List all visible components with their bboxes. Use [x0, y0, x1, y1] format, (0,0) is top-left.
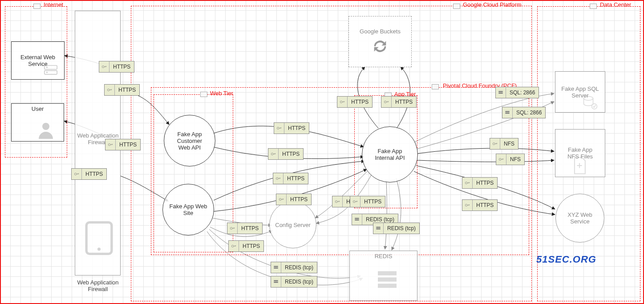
proto-https: HTTPS: [273, 173, 308, 184]
server-icon: [41, 62, 61, 77]
user-icon: [35, 119, 57, 141]
node-fake-site[interactable]: Fake App Web Site: [162, 184, 214, 235]
key-icon: [101, 64, 107, 70]
key-icon: [498, 156, 504, 162]
zone-tag: [590, 4, 597, 9]
zone-tag: [453, 4, 460, 9]
node-customer-api[interactable]: Fake App Customer Web API: [164, 115, 215, 166]
key-icon: [106, 87, 113, 93]
svg-point-10: [584, 97, 593, 101]
zone-internet-label: Internet: [44, 1, 63, 8]
db-icon: [498, 89, 504, 96]
key-icon: [383, 99, 389, 105]
node-label: Fake App Customer Web API: [177, 131, 202, 151]
svg-rect-23: [274, 268, 278, 268]
key-icon: [275, 175, 281, 182]
key-icon: [276, 125, 282, 131]
proto-sql: SQL: 2866: [495, 87, 539, 98]
node-internal-api[interactable]: Fake App Internal API: [362, 126, 418, 182]
db-icon: [273, 279, 279, 285]
proto-sql: SQL: 2866: [502, 107, 546, 118]
proto-https: HTTPS: [350, 196, 385, 207]
proto-redis: REDIS (tcp): [271, 262, 317, 273]
proto-nfs: NFS: [490, 138, 518, 150]
proto-https: HTTPS: [227, 223, 263, 234]
svg-rect-34: [498, 91, 502, 92]
svg-rect-8: [378, 277, 397, 281]
node-label: Config Server: [275, 222, 310, 228]
svg-point-17: [271, 153, 273, 155]
key-icon: [107, 142, 113, 148]
zone-tag: [33, 4, 41, 9]
svg-rect-37: [505, 113, 509, 113]
svg-point-29: [353, 201, 355, 203]
svg-rect-36: [505, 111, 509, 112]
proto-https: HTTPS: [276, 194, 312, 205]
svg-rect-7: [378, 271, 397, 275]
svg-point-6: [97, 247, 101, 251]
svg-point-4: [42, 123, 49, 130]
svg-rect-33: [376, 228, 380, 229]
tablet-icon: [80, 214, 118, 263]
zone-tag: [432, 84, 439, 89]
svg-rect-24: [274, 280, 278, 281]
proto-https: HTTPS: [274, 122, 309, 134]
key-icon: [334, 199, 340, 205]
svg-point-21: [231, 245, 234, 247]
svg-point-15: [74, 173, 77, 175]
svg-point-28: [335, 201, 337, 203]
db-stack-icon: [373, 267, 401, 292]
diagram-canvas[interactable]: Internet Google Cloud Platform Data Cent…: [0, 0, 644, 304]
svg-point-27: [384, 101, 386, 103]
key-icon: [339, 99, 345, 105]
db-icon: [581, 94, 599, 110]
svg-point-19: [279, 199, 281, 201]
db-icon: [375, 225, 381, 231]
node-config-server[interactable]: Config Server: [269, 201, 316, 248]
svg-rect-25: [274, 282, 278, 283]
file-icon: [570, 156, 589, 175]
proto-redis: REDIS (tcp): [271, 276, 317, 288]
node-label: Fake App Web Site: [169, 203, 207, 216]
db-icon: [273, 264, 279, 271]
proto-https: HTTPS: [228, 240, 264, 252]
svg-point-16: [277, 127, 279, 130]
db-icon: [504, 109, 510, 116]
proto-https: HTTPS: [462, 177, 498, 189]
node-label: Google Buckets: [360, 28, 401, 35]
zone-tag: [200, 92, 207, 97]
svg-rect-30: [355, 218, 359, 219]
svg-point-38: [493, 143, 495, 145]
svg-rect-9: [378, 284, 397, 288]
zone-webtier-label: Web Tier: [210, 90, 233, 97]
key-icon: [492, 141, 498, 147]
waf-bottom-label: Web Application Firewall: [69, 279, 127, 292]
svg-point-18: [276, 178, 278, 180]
node-label: REDIS: [375, 253, 393, 259]
svg-point-13: [107, 89, 109, 91]
svg-point-12: [102, 66, 104, 68]
node-google-buckets[interactable]: Google Buckets: [348, 16, 412, 67]
node-xyz-service[interactable]: XYZ Web Service: [555, 194, 604, 243]
zone-datacenter-label: Data Center: [600, 1, 631, 8]
key-icon: [352, 199, 358, 205]
node-label: User: [32, 105, 44, 112]
svg-rect-22: [274, 266, 278, 267]
key-icon: [73, 171, 80, 177]
key-icon: [278, 196, 284, 203]
node-label: XYZ Web Service: [567, 211, 592, 225]
svg-rect-31: [355, 219, 359, 220]
key-icon: [464, 180, 470, 186]
svg-rect-32: [376, 227, 380, 228]
proto-https: HTTPS: [71, 168, 107, 180]
svg-point-20: [230, 227, 232, 230]
proto-https: HTTPS: [462, 199, 498, 211]
svg-point-41: [465, 204, 467, 207]
node-label: Fake App Internal API: [375, 148, 405, 161]
svg-point-3: [46, 72, 48, 73]
key-icon: [231, 243, 237, 249]
key-icon: [464, 202, 470, 208]
proto-redis: REDIS (tcp): [373, 223, 420, 234]
svg-rect-35: [498, 93, 502, 93]
proto-https: HTTPS: [381, 96, 417, 108]
